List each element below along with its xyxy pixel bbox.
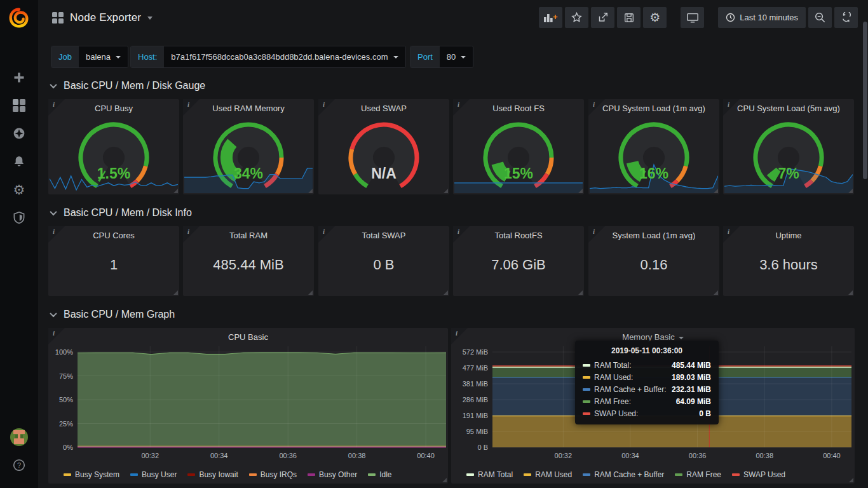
scrollbar-thumb[interactable] [863, 22, 867, 179]
plus-icon [12, 71, 26, 85]
explore-button[interactable] [0, 119, 38, 147]
host-variable-select[interactable]: Host: b7a1f617f568dccab0a3c884bdd8b2dd.b… [130, 46, 406, 68]
panel-resize-handle[interactable] [444, 290, 448, 295]
port-value: 80 [447, 52, 456, 62]
panel-title[interactable]: Total RootFS [453, 231, 584, 240]
panel-resize-handle[interactable] [848, 189, 853, 193]
svg-text:191 MiB: 191 MiB [463, 412, 488, 419]
chart-legend: RAM TotalRAM UsedRAM Cache + BufferRAM F… [466, 470, 850, 479]
dashboards-button[interactable] [0, 92, 38, 119]
stat-panel-total-swap: i Total SWAP 0 B [318, 226, 449, 296]
series-color-swatch [583, 412, 590, 415]
gauge-panel-load-5m: i CPU System Load (5m avg) 7% [723, 99, 854, 194]
port-variable-select[interactable]: Port 80 [410, 46, 473, 68]
share-button[interactable] [591, 7, 614, 28]
legend-item[interactable]: Busy Other [308, 470, 357, 479]
legend-item[interactable]: Idle [368, 470, 391, 479]
zoom-out-button[interactable] [808, 7, 832, 28]
alerting-button[interactable] [0, 147, 38, 175]
panel-resize-handle[interactable] [442, 478, 447, 482]
refresh-button[interactable] [834, 7, 858, 28]
stat-value: 1 [48, 257, 179, 273]
svg-text:00:40: 00:40 [417, 452, 435, 459]
legend-color-swatch [130, 473, 138, 476]
svg-text:00:34: 00:34 [621, 452, 639, 459]
dashboard-title[interactable]: Node Exporter [70, 11, 141, 24]
help-button[interactable]: ? [0, 451, 38, 479]
share-icon [597, 11, 609, 24]
job-variable-select[interactable]: Job balena [51, 46, 128, 68]
panel-resize-handle[interactable] [714, 290, 718, 295]
add-panel-icon: + [543, 12, 558, 23]
graph-panel-cpu-basic: i CPU Basic 0%25%50%75%100%00:3200:3400:… [48, 328, 448, 484]
gauge-value: 1.5% [48, 165, 179, 182]
legend-label: SWAP Used [743, 470, 785, 479]
job-label: Job [51, 46, 79, 67]
row-header-graph[interactable]: Basic CPU / Mem Graph [51, 306, 175, 323]
panel-resize-handle[interactable] [578, 189, 583, 193]
add-panel-button[interactable]: + [539, 7, 562, 28]
legend-item[interactable]: SWAP Used [732, 470, 785, 479]
stat-panel-total-ram: i Total RAM 485.44 MiB [183, 226, 314, 296]
title-caret-icon [147, 17, 153, 20]
panel-title[interactable]: Total RAM [183, 231, 314, 240]
panel-resize-handle[interactable] [173, 290, 178, 295]
svg-text:00:40: 00:40 [823, 452, 841, 459]
stat-panel-cpu-cores: i CPU Cores 1 [48, 226, 179, 296]
panel-title[interactable]: Total SWAP [318, 231, 449, 240]
legend-item[interactable]: RAM Cache + Buffer [583, 470, 664, 479]
legend-item[interactable]: Busy IRQs [249, 470, 297, 479]
panel-resize-handle[interactable] [444, 189, 448, 193]
legend-item[interactable]: RAM Used [524, 470, 572, 479]
series-color-swatch [583, 400, 590, 403]
panel-resize-handle[interactable] [578, 290, 583, 295]
legend-item[interactable]: RAM Free [675, 470, 721, 479]
tooltip-label: RAM Cache + Buffer: [594, 385, 667, 394]
stat-panel-uptime: i Uptime 3.6 hours [723, 226, 854, 296]
grafana-logo[interactable] [0, 0, 38, 36]
create-button[interactable] [0, 64, 38, 92]
legend-item[interactable]: Busy User [130, 470, 177, 479]
star-button[interactable] [565, 7, 588, 28]
panel-title[interactable]: CPU Cores [48, 231, 179, 240]
legend-color-swatch [466, 473, 474, 476]
panel-resize-handle[interactable] [714, 189, 718, 193]
job-value: balena [86, 52, 111, 62]
dashboard-settings-button[interactable]: ⚙ [643, 7, 667, 28]
time-range-button[interactable]: Last 10 minutes [718, 7, 806, 28]
row-header-info[interactable]: Basic CPU / Mem / Disk Info [51, 204, 192, 222]
save-button[interactable] [617, 7, 641, 28]
row-header-gauge[interactable]: Basic CPU / Mem / Disk Gauge [51, 77, 205, 95]
panel-resize-handle[interactable] [173, 189, 178, 193]
user-avatar[interactable] [0, 423, 38, 451]
tooltip-label: RAM Used: [594, 373, 633, 382]
panel-resize-handle[interactable] [848, 290, 853, 295]
panel-resize-handle[interactable] [308, 290, 313, 295]
configuration-button[interactable]: ⚙ [0, 175, 38, 203]
svg-text:75%: 75% [59, 372, 73, 380]
panel-title[interactable]: Uptime [723, 231, 854, 240]
chevron-down-icon [393, 56, 398, 58]
tooltip-row: SWAP Used:0 B [583, 407, 711, 419]
tooltip-label: SWAP Used: [594, 409, 638, 418]
tooltip-value: 232.31 MiB [672, 385, 711, 394]
series-color-swatch [583, 388, 590, 391]
compass-icon [12, 126, 26, 140]
gauge-panel-used-rootfs: i Used Root FS 15% [453, 99, 584, 194]
cycle-view-button[interactable] [681, 7, 704, 28]
chevron-down-icon [50, 81, 57, 88]
host-label: Host: [131, 46, 164, 67]
panel-resize-handle[interactable] [849, 478, 853, 482]
dashboards-grid-icon [13, 99, 25, 112]
panel-resize-handle[interactable] [308, 189, 313, 193]
dashboard-icon[interactable] [52, 12, 64, 24]
legend-item[interactable]: Busy System [64, 470, 119, 479]
panel-title[interactable]: System Load (1m avg) [588, 231, 719, 240]
legend-item[interactable]: RAM Total [466, 470, 513, 479]
row-title: Basic CPU / Mem / Disk Gauge [64, 80, 205, 92]
svg-text:00:38: 00:38 [348, 452, 366, 459]
tooltip-value: 485.44 MiB [672, 361, 711, 370]
legend-item[interactable]: Busy Iowait [187, 470, 238, 479]
svg-text:+: + [553, 12, 558, 22]
server-admin-button[interactable] [0, 203, 38, 231]
